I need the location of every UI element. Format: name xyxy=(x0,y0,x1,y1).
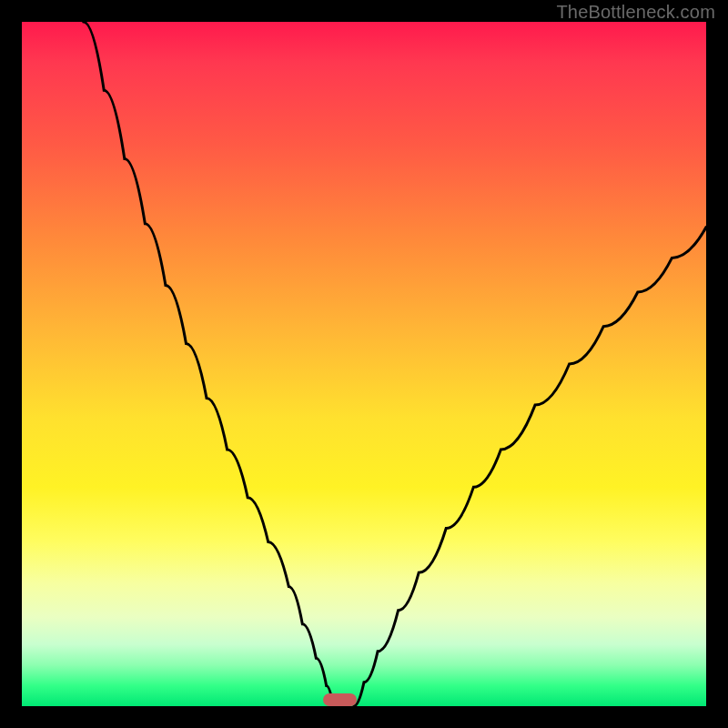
right-branch-curve xyxy=(354,228,706,706)
chart-stage: TheBottleneck.com xyxy=(0,0,728,728)
optimal-range-marker xyxy=(323,693,358,706)
watermark-text: TheBottleneck.com xyxy=(556,2,715,23)
curve-layer xyxy=(22,22,706,706)
left-branch-curve xyxy=(84,22,333,706)
plot-area xyxy=(22,22,706,706)
